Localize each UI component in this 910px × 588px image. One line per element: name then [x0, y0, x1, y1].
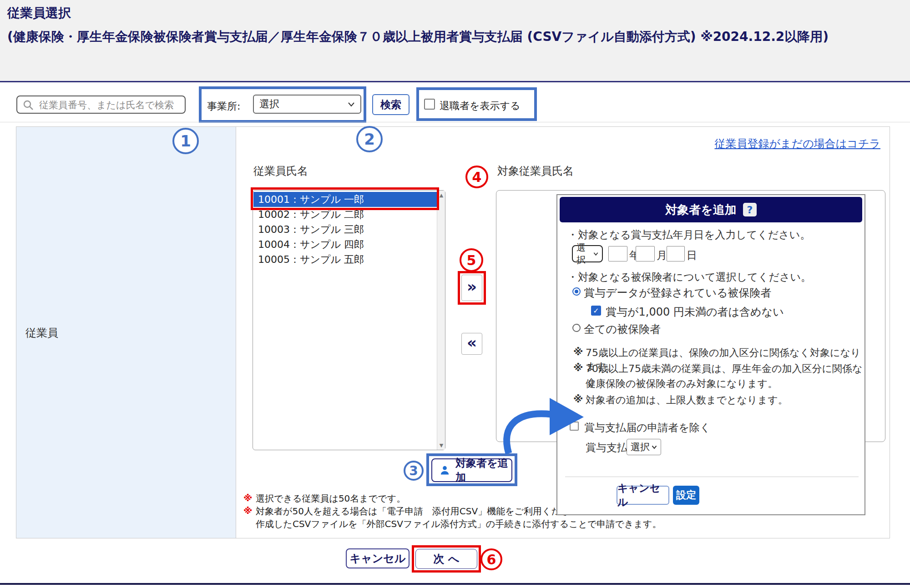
- page-header: 従業員選択 (健康保険・厚生年金保険被保険者賞与支払届／厚生年金保険７０歳以上被…: [0, 0, 910, 82]
- dialog-title: 対象者を追加: [665, 202, 737, 218]
- era-select-value: 選択: [576, 241, 593, 266]
- dialog-cancel-button[interactable]: キャンセル: [617, 486, 669, 505]
- era-select[interactable]: 選択: [572, 245, 603, 262]
- dialog-header: 対象者を追加 ?: [560, 197, 862, 222]
- bottom-border-line: [0, 583, 910, 585]
- show-retirees-checkbox[interactable]: [424, 99, 435, 110]
- footer-cancel-button[interactable]: キャンセル: [346, 548, 410, 568]
- dialog-ok-button[interactable]: 設定: [673, 486, 699, 505]
- office-select[interactable]: 選択: [253, 95, 361, 114]
- payday-select-value: 選択: [631, 441, 650, 453]
- month-input[interactable]: [636, 246, 655, 261]
- radio-all-insured[interactable]: [572, 324, 581, 332]
- source-list-title: 従業員氏名: [253, 164, 308, 178]
- dialog-note: 対象者の追加は、上限人数までとなります。: [586, 393, 788, 407]
- note-marker: ※: [573, 362, 583, 373]
- source-employee-listbox: 10001：サンプル 一郎 10002：サンプル 二郎 10003：サンプル 三…: [253, 190, 445, 450]
- radio-all-label: 全ての被保険者: [584, 322, 661, 337]
- dialog-date-instruction: ・対象となる賞与支払年月日を入力してください。: [567, 228, 810, 242]
- employee-search-box: [16, 95, 186, 114]
- exclude-small-bonus-checkbox[interactable]: ✓: [591, 306, 601, 316]
- note-marker: ※: [243, 505, 252, 516]
- annotation-arrow: [491, 389, 589, 459]
- day-input[interactable]: [667, 246, 685, 261]
- note-marker: ※: [573, 346, 583, 357]
- search-button[interactable]: 検索: [372, 94, 410, 115]
- dialog-divider: [565, 477, 859, 477]
- list-item-employee[interactable]: 10004：サンプル 四郎: [253, 237, 437, 252]
- annotation-box-move-right: [458, 271, 486, 305]
- dialog-note: 健康保険の被保険者のみ対象になります。: [586, 377, 778, 391]
- row-header-label: 従業員: [25, 326, 58, 340]
- list-item-employee[interactable]: 10003：サンプル 三郎: [253, 222, 437, 237]
- radio-registered-insured[interactable]: [572, 287, 581, 296]
- search-icon: [23, 100, 34, 111]
- employee-selection-page: 従業員選択 (健康保険・厚生年金保険被保険者賞与支払届／厚生年金保険７０歳以上被…: [0, 0, 910, 588]
- annotation-circle-1: 1: [172, 128, 199, 154]
- note-line: 作成したCSVファイルを「外部CSVファイル添付方式」の手続きに添付することで申…: [256, 518, 661, 530]
- show-retirees-label: 退職者を表示する: [440, 99, 521, 113]
- dialog-insured-instruction: ・対象となる被保険者について選択してください。: [567, 270, 811, 284]
- annotation-circle-3: 3: [404, 461, 424, 481]
- office-label: 事業所:: [207, 100, 240, 113]
- help-icon[interactable]: ?: [743, 203, 757, 216]
- scroll-down-icon[interactable]: ▼: [437, 441, 445, 450]
- chevron-down-icon: [348, 102, 355, 107]
- target-list-title: 対象従業員氏名: [497, 164, 574, 178]
- employee-search-input[interactable]: [38, 98, 181, 112]
- office-select-value: 選択: [259, 97, 279, 111]
- source-list-scrollbar[interactable]: ▲ ▼: [437, 191, 445, 450]
- annotation-circle-4: 4: [465, 166, 488, 188]
- exclude-applicant-label: 賞与支払届の申請者を除く: [584, 421, 711, 435]
- payday-select[interactable]: 選択: [627, 439, 661, 455]
- toolbar-divider: [0, 122, 910, 122]
- move-left-button[interactable]: «: [461, 333, 482, 355]
- day-suffix: 日: [687, 248, 697, 262]
- year-input[interactable]: [608, 246, 627, 261]
- radio-registered-label: 賞与データが登録されている被保険者: [584, 286, 772, 300]
- annotation-circle-2: 2: [356, 126, 383, 152]
- chevron-down-icon: [593, 252, 598, 256]
- note-line: 対象者が50人を超える場合は「電子申請 添付用CSV」機能をご利用ください。: [256, 505, 588, 518]
- add-targets-dialog: 対象者を追加 ? ・対象となる賞与支払年月日を入力してください。 選択 年 月 …: [556, 194, 865, 515]
- page-subtitle: (健康保険・厚生年金保険被保険者賞与支払届／厚生年金保険７０歳以上被用者賞与支払…: [7, 24, 895, 50]
- annotation-box-next: [412, 545, 481, 573]
- exclude-small-bonus-label: 賞与が1,000 円未満の者は含めない: [606, 305, 784, 319]
- chevron-down-icon: [652, 445, 657, 449]
- annotation-circle-6: 6: [480, 548, 502, 570]
- note-line: 選択できる従業員は50名までです。: [256, 493, 405, 505]
- month-suffix: 月: [657, 248, 667, 262]
- annotation-box-selected-employee: [251, 187, 439, 210]
- list-item-employee[interactable]: 10005：サンプル 五郎: [253, 252, 437, 267]
- note-marker: ※: [243, 493, 252, 503]
- annotation-circle-5: 5: [460, 248, 483, 272]
- page-title: 従業員選択: [7, 5, 71, 22]
- register-employee-link[interactable]: 従業員登録がまだの場合はコチラ: [682, 136, 880, 151]
